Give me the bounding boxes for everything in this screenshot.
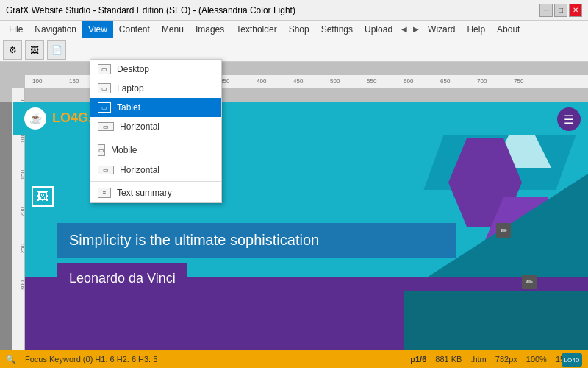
dropdown-item-horizontal-2[interactable]: ▭ Horizontal bbox=[90, 160, 221, 180]
status-search-icon: 🔍 bbox=[6, 355, 16, 364]
menu-wizard[interactable]: Wizard bbox=[422, 21, 461, 38]
menu-textholder[interactable]: Textholder bbox=[230, 21, 282, 38]
ruler-h-num-7: 400 bbox=[257, 78, 266, 85]
quote-text: Simplicity is the ultimate sophisticatio… bbox=[57, 223, 456, 258]
close-button[interactable]: ✕ bbox=[569, 4, 582, 17]
horizontal-icon-1: ▭ bbox=[98, 122, 114, 131]
menu-help[interactable]: Help bbox=[461, 21, 491, 38]
horizontal-label-1: Horizontal bbox=[120, 121, 159, 132]
title-bar-controls[interactable]: ─ □ ✕ bbox=[539, 4, 582, 17]
dropdown-item-mobile[interactable]: ▭ Mobile bbox=[90, 140, 221, 160]
menu-content[interactable]: Content bbox=[113, 21, 156, 38]
image-placeholder[interactable]: 🖼 bbox=[32, 186, 54, 207]
menu-menu[interactable]: Menu bbox=[156, 21, 190, 38]
dropdown-item-text-summary[interactable]: ≡ Text summary bbox=[90, 183, 221, 202]
edit-pencil-1[interactable]: ✏ bbox=[496, 223, 511, 238]
main-area: ☕ LO4G.com ☰ 🖼 Simplicity is the ultimat… bbox=[0, 102, 588, 350]
logo-text-accent: LO4G bbox=[52, 110, 88, 125]
ruler-h-num-2: 150 bbox=[69, 78, 79, 85]
bg-dark-bottom-right bbox=[404, 291, 588, 350]
status-dimensions: 782px bbox=[495, 355, 517, 364]
dropdown-item-desktop[interactable]: ▭ Desktop bbox=[90, 60, 221, 79]
watermark-text: LO4D bbox=[564, 357, 580, 364]
maximize-button[interactable]: □ bbox=[554, 4, 567, 17]
menu-settings[interactable]: Settings bbox=[315, 21, 359, 38]
ruler-h-num-12: 650 bbox=[440, 78, 450, 85]
watermark-logo: LO4D bbox=[562, 353, 582, 367]
minimize-button[interactable]: ─ bbox=[539, 4, 553, 17]
menu-arrow-left[interactable]: ◀ bbox=[398, 24, 410, 35]
ruler-h-num-1: 100 bbox=[32, 78, 42, 85]
dropdown-item-laptop[interactable]: ▭ Laptop bbox=[90, 79, 221, 98]
desktop-icon: ▭ bbox=[98, 64, 111, 74]
ruler-h-num-14: 750 bbox=[514, 78, 523, 85]
quote-author: Leonardo da Vinci bbox=[57, 263, 187, 294]
status-zoom: 100% bbox=[526, 355, 547, 364]
title-bar: GrafX Website Studio - Standard Edition … bbox=[0, 0, 588, 21]
status-focus-keyword: Focus Keyword (0) H1: 6 H2: 6 H3: 5 bbox=[25, 355, 157, 364]
ruler-v-num-5: 250 bbox=[19, 244, 26, 253]
laptop-icon: ▭ bbox=[98, 83, 111, 93]
toolbar: ⚙ 🖼 📄 bbox=[0, 38, 588, 62]
watermark: LO4D bbox=[562, 353, 582, 367]
ruler-h-num-11: 600 bbox=[404, 78, 413, 85]
ruler-h-num-8: 450 bbox=[293, 78, 303, 85]
horizontal-icon-2: ▭ bbox=[98, 166, 114, 174]
ruler-v-num-6: 300 bbox=[19, 280, 26, 290]
dropdown-item-tablet[interactable]: ▭ Tablet bbox=[90, 98, 221, 117]
edit-pencil-2[interactable]: ✏ bbox=[522, 275, 537, 289]
quote-box: Simplicity is the ultimate sophisticatio… bbox=[57, 223, 456, 294]
menu-file[interactable]: File bbox=[3, 21, 29, 38]
tablet-label: Tablet bbox=[117, 102, 140, 113]
desktop-label: Desktop bbox=[117, 64, 149, 74]
title-bar-text: GrafX Website Studio - Standard Edition … bbox=[6, 5, 295, 15]
dropdown-separator-1 bbox=[90, 138, 221, 138]
menu-navigation[interactable]: Navigation bbox=[29, 21, 82, 38]
logo-icon: ☕ bbox=[24, 107, 46, 130]
menu-shop[interactable]: Shop bbox=[283, 21, 315, 38]
menu-arrow-right[interactable]: ▶ bbox=[410, 24, 422, 35]
ruler-v-num-2: 100 bbox=[19, 133, 26, 143]
hamburger-button[interactable]: ☰ bbox=[557, 107, 581, 131]
dropdown-separator-2 bbox=[90, 181, 221, 182]
text-summary-label: Text summary bbox=[117, 188, 172, 198]
ruler-h-num-10: 550 bbox=[367, 78, 376, 85]
laptop-label: Laptop bbox=[117, 83, 144, 93]
ruler-v-num-4: 200 bbox=[19, 207, 26, 216]
horizontal-label-2: Horizontal bbox=[120, 165, 159, 175]
ruler-h-num-9: 500 bbox=[330, 78, 340, 85]
status-bar: 🔍 Focus Keyword (0) H1: 6 H2: 6 H3: 5 p1… bbox=[0, 350, 588, 368]
menu-bar: File Navigation View Content Menu Images… bbox=[0, 21, 588, 38]
tablet-icon: ▭ bbox=[98, 102, 111, 113]
status-page: p1/6 bbox=[410, 355, 426, 364]
menu-upload[interactable]: Upload bbox=[359, 21, 398, 38]
text-summary-icon: ≡ bbox=[98, 188, 111, 198]
menu-about[interactable]: About bbox=[491, 21, 526, 38]
status-right: p1/6 881 KB .htm 782px 100% 1536px LO4D bbox=[410, 355, 582, 364]
status-ext: .htm bbox=[470, 355, 486, 364]
dropdown-item-horizontal-1[interactable]: ▭ Horizontal bbox=[90, 117, 221, 136]
mobile-label: Mobile bbox=[111, 145, 137, 155]
toolbar-btn-1[interactable]: ⚙ bbox=[3, 40, 22, 60]
toolbar-btn-3[interactable]: 📄 bbox=[47, 40, 66, 60]
ruler-h-num-13: 700 bbox=[477, 78, 487, 85]
status-size: 881 KB bbox=[435, 355, 462, 364]
menu-view[interactable]: View bbox=[82, 21, 113, 38]
ruler-v-num-3: 150 bbox=[19, 170, 26, 180]
menu-images[interactable]: Images bbox=[190, 21, 230, 38]
toolbar-btn-2[interactable]: 🖼 bbox=[25, 40, 44, 60]
view-dropdown: ▭ Desktop ▭ Laptop ▭ Tablet ▭ Horizontal… bbox=[90, 59, 222, 203]
mobile-icon: ▭ bbox=[98, 144, 105, 156]
